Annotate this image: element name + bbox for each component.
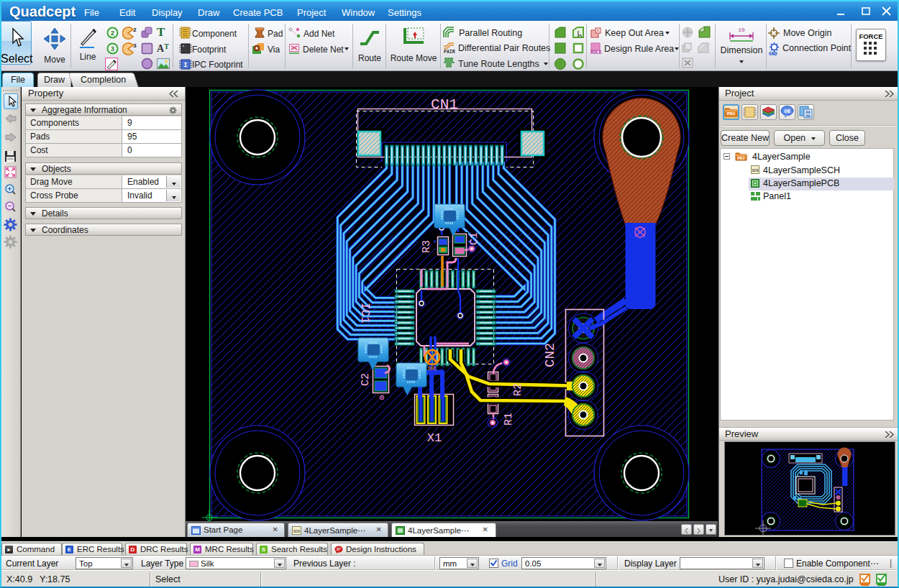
svg-text:3: 3 bbox=[133, 42, 137, 49]
svg-text:RULE: RULE bbox=[590, 50, 602, 55]
svg-text:AA: AA bbox=[806, 114, 811, 119]
svg-text:I: I bbox=[183, 62, 187, 69]
svg-text:3: 3 bbox=[111, 46, 114, 53]
svg-text:R2: R2 bbox=[512, 383, 524, 396]
svg-text:CN1: CN1 bbox=[431, 96, 458, 113]
svg-text:X1: X1 bbox=[427, 431, 442, 445]
svg-text:R3: R3 bbox=[421, 240, 433, 253]
svg-text:GND: GND bbox=[769, 52, 777, 55]
svg-text:C1: C1 bbox=[468, 232, 480, 245]
svg-text:OB: OB bbox=[784, 109, 790, 114]
svg-text:PRJ: PRJ bbox=[738, 156, 745, 161]
svg-text:PRJ: PRJ bbox=[727, 111, 735, 116]
svg-text:R1: R1 bbox=[503, 413, 515, 426]
svg-text:IC1: IC1 bbox=[358, 303, 371, 323]
svg-text:C2: C2 bbox=[360, 373, 372, 386]
svg-text:DRC: DRC bbox=[428, 366, 437, 372]
svg-text:SCH: SCH bbox=[752, 169, 758, 173]
svg-text:PAIR: PAIR bbox=[444, 50, 455, 54]
svg-text:2: 2 bbox=[111, 30, 114, 37]
svg-text:10: 10 bbox=[738, 27, 745, 33]
svg-text:2: 2 bbox=[133, 27, 137, 33]
svg-text:CN2: CN2 bbox=[542, 343, 558, 367]
svg-text:SCH: SCH bbox=[293, 530, 300, 534]
